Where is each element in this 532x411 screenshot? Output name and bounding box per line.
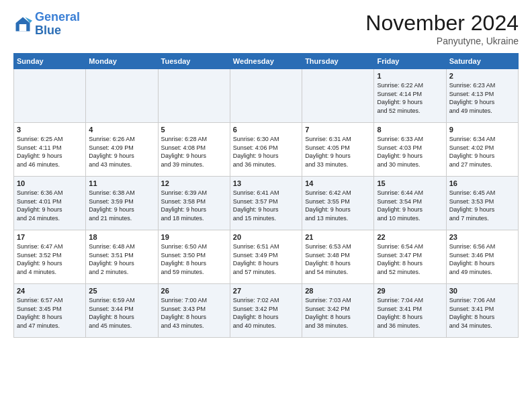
day-num-30: 30 xyxy=(449,287,515,295)
col-tuesday: Tuesday xyxy=(158,54,230,69)
day-info-6: Sunrise: 6:30 AM Sunset: 4:06 PM Dayligh… xyxy=(233,135,299,169)
day-num-8: 8 xyxy=(377,126,443,134)
week-row-2: 10Sunrise: 6:36 AM Sunset: 4:01 PM Dayli… xyxy=(14,177,519,230)
cell-w4-d0: 24Sunrise: 6:57 AM Sunset: 3:45 PM Dayli… xyxy=(14,284,86,338)
cell-w4-d5: 29Sunrise: 7:04 AM Sunset: 3:41 PM Dayli… xyxy=(374,284,446,338)
day-info-28: Sunrise: 7:03 AM Sunset: 3:42 PM Dayligh… xyxy=(305,296,371,330)
day-info-11: Sunrise: 6:38 AM Sunset: 3:59 PM Dayligh… xyxy=(89,189,154,222)
title-block: November 2024 Panyutyne, Ukraine xyxy=(365,11,519,46)
day-num-17: 17 xyxy=(17,233,83,241)
cell-w2-d2: 12Sunrise: 6:39 AM Sunset: 3:58 PM Dayli… xyxy=(158,177,230,230)
day-info-26: Sunrise: 7:00 AM Sunset: 3:43 PM Dayligh… xyxy=(161,296,227,330)
day-num-12: 12 xyxy=(161,179,227,187)
day-num-22: 22 xyxy=(377,233,443,241)
day-num-19: 19 xyxy=(161,233,227,241)
cell-w3-d3: 20Sunrise: 6:51 AM Sunset: 3:49 PM Dayli… xyxy=(230,230,302,284)
day-info-10: Sunrise: 6:36 AM Sunset: 4:01 PM Dayligh… xyxy=(17,189,83,222)
day-info-16: Sunrise: 6:45 AM Sunset: 3:53 PM Dayligh… xyxy=(449,189,515,222)
cell-w3-d2: 19Sunrise: 6:50 AM Sunset: 3:50 PM Dayli… xyxy=(158,230,230,284)
day-num-5: 5 xyxy=(161,126,227,134)
day-info-5: Sunrise: 6:28 AM Sunset: 4:08 PM Dayligh… xyxy=(161,135,227,169)
cell-w2-d6: 16Sunrise: 6:45 AM Sunset: 3:53 PM Dayli… xyxy=(446,177,518,230)
cell-w0-d1 xyxy=(86,69,158,123)
header-row: Sunday Monday Tuesday Wednesday Thursday… xyxy=(14,54,519,69)
cell-w4-d2: 26Sunrise: 7:00 AM Sunset: 3:43 PM Dayli… xyxy=(158,284,230,338)
cell-w1-d3: 6Sunrise: 6:30 AM Sunset: 4:06 PM Daylig… xyxy=(230,123,302,177)
day-num-6: 6 xyxy=(233,126,299,134)
cell-w4-d4: 28Sunrise: 7:03 AM Sunset: 3:42 PM Dayli… xyxy=(302,284,374,338)
logo-general: General xyxy=(35,10,80,24)
day-info-25: Sunrise: 6:59 AM Sunset: 3:44 PM Dayligh… xyxy=(89,296,154,330)
day-info-13: Sunrise: 6:41 AM Sunset: 3:57 PM Dayligh… xyxy=(233,189,299,222)
day-num-23: 23 xyxy=(449,233,515,241)
col-friday: Friday xyxy=(374,54,446,69)
day-info-8: Sunrise: 6:33 AM Sunset: 4:03 PM Dayligh… xyxy=(377,135,443,169)
day-num-11: 11 xyxy=(89,179,154,187)
day-info-14: Sunrise: 6:42 AM Sunset: 3:55 PM Dayligh… xyxy=(305,189,371,222)
cell-w3-d1: 18Sunrise: 6:48 AM Sunset: 3:51 PM Dayli… xyxy=(86,230,158,284)
day-info-17: Sunrise: 6:47 AM Sunset: 3:52 PM Dayligh… xyxy=(17,242,83,276)
day-info-18: Sunrise: 6:48 AM Sunset: 3:51 PM Dayligh… xyxy=(89,242,154,276)
cell-w0-d3 xyxy=(230,69,302,123)
day-info-1: Sunrise: 6:22 AM Sunset: 4:14 PM Dayligh… xyxy=(377,81,443,115)
day-info-24: Sunrise: 6:57 AM Sunset: 3:45 PM Dayligh… xyxy=(17,296,83,330)
day-info-19: Sunrise: 6:50 AM Sunset: 3:50 PM Dayligh… xyxy=(161,242,227,276)
cell-w4-d1: 25Sunrise: 6:59 AM Sunset: 3:44 PM Dayli… xyxy=(86,284,158,338)
cell-w1-d1: 4Sunrise: 6:26 AM Sunset: 4:09 PM Daylig… xyxy=(86,123,158,177)
day-info-12: Sunrise: 6:39 AM Sunset: 3:58 PM Dayligh… xyxy=(161,189,227,222)
cell-w3-d5: 22Sunrise: 6:54 AM Sunset: 3:47 PM Dayli… xyxy=(374,230,446,284)
header: General Blue November 2024 Panyutyne, Uk… xyxy=(13,11,519,46)
cell-w3-d4: 21Sunrise: 6:53 AM Sunset: 3:48 PM Dayli… xyxy=(302,230,374,284)
location: Panyutyne, Ukraine xyxy=(365,36,519,46)
cell-w2-d1: 11Sunrise: 6:38 AM Sunset: 3:59 PM Dayli… xyxy=(86,177,158,230)
cell-w1-d2: 5Sunrise: 6:28 AM Sunset: 4:08 PM Daylig… xyxy=(158,123,230,177)
week-row-3: 17Sunrise: 6:47 AM Sunset: 3:52 PM Dayli… xyxy=(14,230,519,284)
cell-w1-d5: 8Sunrise: 6:33 AM Sunset: 4:03 PM Daylig… xyxy=(374,123,446,177)
cell-w0-d6: 2Sunrise: 6:23 AM Sunset: 4:13 PM Daylig… xyxy=(446,69,518,123)
week-row-4: 24Sunrise: 6:57 AM Sunset: 3:45 PM Dayli… xyxy=(14,284,519,338)
month-title: November 2024 xyxy=(365,11,519,36)
cell-w1-d0: 3Sunrise: 6:25 AM Sunset: 4:11 PM Daylig… xyxy=(14,123,86,177)
page: General Blue November 2024 Panyutyne, Uk… xyxy=(0,0,532,411)
day-info-9: Sunrise: 6:34 AM Sunset: 4:02 PM Dayligh… xyxy=(449,135,515,169)
day-info-15: Sunrise: 6:44 AM Sunset: 3:54 PM Dayligh… xyxy=(377,189,443,222)
day-num-27: 27 xyxy=(233,287,299,295)
day-num-9: 9 xyxy=(449,126,515,134)
day-num-25: 25 xyxy=(89,287,154,295)
cell-w2-d3: 13Sunrise: 6:41 AM Sunset: 3:57 PM Dayli… xyxy=(230,177,302,230)
cell-w0-d5: 1Sunrise: 6:22 AM Sunset: 4:14 PM Daylig… xyxy=(374,69,446,123)
day-info-23: Sunrise: 6:56 AM Sunset: 3:46 PM Dayligh… xyxy=(449,242,515,276)
day-info-29: Sunrise: 7:04 AM Sunset: 3:41 PM Dayligh… xyxy=(377,296,443,330)
day-info-22: Sunrise: 6:54 AM Sunset: 3:47 PM Dayligh… xyxy=(377,242,443,276)
svg-rect-3 xyxy=(19,24,27,32)
col-sunday: Sunday xyxy=(14,54,86,69)
logo: General Blue xyxy=(13,11,80,38)
day-num-2: 2 xyxy=(449,72,515,80)
day-num-1: 1 xyxy=(377,72,443,80)
day-num-3: 3 xyxy=(17,126,83,134)
day-num-29: 29 xyxy=(377,287,443,295)
day-num-14: 14 xyxy=(305,179,371,187)
day-num-26: 26 xyxy=(161,287,227,295)
day-info-3: Sunrise: 6:25 AM Sunset: 4:11 PM Dayligh… xyxy=(17,135,83,169)
day-num-7: 7 xyxy=(305,126,371,134)
logo-blue: Blue xyxy=(35,24,80,38)
cell-w2-d5: 15Sunrise: 6:44 AM Sunset: 3:54 PM Dayli… xyxy=(374,177,446,230)
day-num-13: 13 xyxy=(233,179,299,187)
day-num-24: 24 xyxy=(17,287,83,295)
day-info-7: Sunrise: 6:31 AM Sunset: 4:05 PM Dayligh… xyxy=(305,135,371,169)
week-row-1: 3Sunrise: 6:25 AM Sunset: 4:11 PM Daylig… xyxy=(14,123,519,177)
cell-w4-d3: 27Sunrise: 7:02 AM Sunset: 3:42 PM Dayli… xyxy=(230,284,302,338)
day-num-4: 4 xyxy=(89,126,154,134)
cell-w2-d4: 14Sunrise: 6:42 AM Sunset: 3:55 PM Dayli… xyxy=(302,177,374,230)
day-num-20: 20 xyxy=(233,233,299,241)
calendar-table: Sunday Monday Tuesday Wednesday Thursday… xyxy=(13,53,519,338)
cell-w1-d6: 9Sunrise: 6:34 AM Sunset: 4:02 PM Daylig… xyxy=(446,123,518,177)
cell-w0-d4 xyxy=(302,69,374,123)
col-saturday: Saturday xyxy=(446,54,518,69)
cell-w2-d0: 10Sunrise: 6:36 AM Sunset: 4:01 PM Dayli… xyxy=(14,177,86,230)
day-num-21: 21 xyxy=(305,233,371,241)
col-thursday: Thursday xyxy=(302,54,374,69)
day-num-16: 16 xyxy=(449,179,515,187)
day-num-10: 10 xyxy=(17,179,83,187)
